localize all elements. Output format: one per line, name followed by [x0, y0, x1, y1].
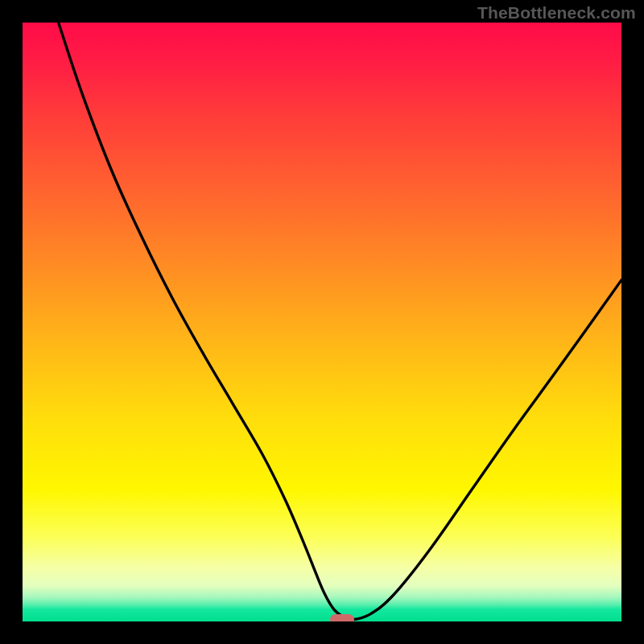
optimal-marker [330, 614, 354, 621]
curve-path [59, 23, 621, 620]
bottleneck-curve [23, 23, 621, 621]
watermark-text: TheBottleneck.com [477, 3, 636, 23]
chart-frame: TheBottleneck.com [0, 0, 644, 644]
plot-area [23, 23, 621, 621]
